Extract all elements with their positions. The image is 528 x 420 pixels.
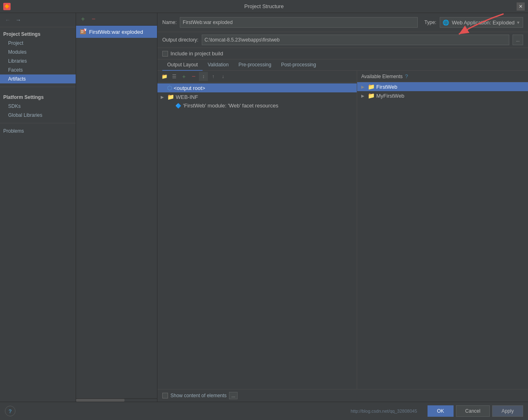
output-root-icon: ⬡	[167, 85, 172, 91]
available-item-firstweb-label: FirstWeb	[376, 84, 397, 90]
show-content-checkbox[interactable]	[162, 393, 168, 398]
project-settings-label: Project Settings	[0, 27, 76, 39]
artifacts-scrollbar[interactable]	[76, 398, 157, 402]
sidebar-item-modules[interactable]: Modules	[0, 48, 76, 57]
sidebar-nav-buttons: ← →	[0, 13, 76, 27]
watermark-url: http://blog.csdn.net/qq_32808045	[351, 409, 417, 413]
footer: ? http://blog.csdn.net/qq_32808045 OK Ca…	[0, 402, 528, 420]
sidebar-item-artifacts[interactable]: Artifacts	[0, 74, 76, 83]
available-elements-title: Available Elements	[361, 74, 403, 79]
nav-back-button[interactable]: ←	[3, 15, 12, 24]
output-dir-row: Output directory: ...	[157, 32, 528, 48]
artifacts-toolbar: + −	[76, 13, 157, 26]
title-bar-left: 🔶	[3, 3, 11, 10]
sidebar-item-facets[interactable]: Facets	[0, 66, 76, 74]
name-type-row: Name: Type: 🌐 Web Application: Exploded …	[157, 13, 528, 32]
tree-down-btn[interactable]: ↓	[218, 72, 227, 81]
include-row: Include in project build	[157, 48, 528, 59]
sidebar-item-sdks[interactable]: SDKs	[0, 102, 76, 111]
include-project-build-checkbox[interactable]	[162, 51, 168, 57]
nav-forward-button[interactable]: →	[14, 15, 23, 24]
tree-item-output-root[interactable]: ⬡ <output root>	[157, 83, 357, 92]
name-input[interactable]	[180, 17, 418, 28]
tab-validation[interactable]: Validation	[203, 59, 233, 71]
ok-button[interactable]: OK	[428, 405, 453, 417]
show-content-label: Show content of elements	[170, 393, 227, 398]
footer-right: http://blog.csdn.net/qq_32808045 OK Canc…	[351, 405, 523, 417]
browse-button[interactable]: ...	[513, 35, 523, 45]
tree-item-firstweb-module[interactable]: 🔷 'FirstWeb' module: 'Web' facet resourc…	[157, 101, 357, 110]
tree-content: ⬡ <output root> ▶ 📁 WEB-INF 🔷 'FirstWeb'…	[157, 83, 357, 389]
tree-add-btn[interactable]: +	[179, 72, 188, 81]
include-project-build-label: Include in project build	[170, 50, 223, 57]
remove-artifact-button[interactable]: −	[89, 15, 98, 24]
tree-toolbar: 📁 ☰ + − ↕ ↑ ↓	[157, 71, 357, 83]
tree-item-output-root-label: <output root>	[174, 85, 205, 91]
show-content-options-button[interactable]: ...	[229, 392, 238, 399]
help-button[interactable]: ?	[5, 406, 15, 416]
type-value: Web Application: Exploded	[452, 20, 515, 26]
available-elements-help-icon[interactable]: ?	[405, 73, 408, 79]
tree-area: 📁 ☰ + − ↕ ↑ ↓ ⬡ <output root> ▶	[157, 71, 357, 389]
folder-firstweb-icon: 📁	[368, 83, 375, 90]
available-item-myfirstweb[interactable]: ▶ 📁 MyFirstWeb	[357, 91, 528, 100]
app-logo-icon: 🔶	[3, 3, 11, 10]
dropdown-arrow-icon: ▼	[516, 20, 520, 25]
sidebar-item-libraries[interactable]: Libraries	[0, 57, 76, 66]
tab-output-layout[interactable]: Output Layout	[162, 59, 203, 71]
folder-icon: 📁	[167, 94, 174, 100]
artifacts-scrollbar-track	[76, 399, 124, 402]
artifacts-panel: + − W FirstWeb:war exploded	[76, 13, 157, 402]
tree-item-web-inf[interactable]: ▶ 📁 WEB-INF	[157, 92, 357, 101]
apply-button[interactable]: Apply	[492, 405, 523, 417]
type-dropdown[interactable]: 🌐 Web Application: Exploded ▼	[440, 17, 523, 28]
artifact-item-firstweb[interactable]: W FirstWeb:war exploded	[76, 26, 157, 38]
tab-pre-processing[interactable]: Pre-processing	[233, 59, 276, 71]
platform-settings-label: Platform Settings	[0, 90, 76, 102]
available-item-myfirstweb-label: MyFirstWeb	[376, 93, 404, 99]
title-bar: 🔶 Project Structure ✕	[0, 0, 528, 13]
tree-up-btn[interactable]: ↑	[209, 72, 218, 81]
available-item-firstweb[interactable]: ▶ 📁 FirstWeb	[357, 82, 528, 91]
sidebar-item-project[interactable]: Project	[0, 39, 76, 48]
expand-myfirstweb-icon: ▶	[361, 94, 366, 98]
artifact-icon: W	[79, 28, 87, 35]
sidebar-divider	[0, 87, 76, 87]
tabs-row: Output Layout Validation Pre-processing …	[157, 59, 528, 71]
sidebar: ← → Project Settings Project Modules Lib…	[0, 13, 76, 402]
tree-remove-btn[interactable]: −	[189, 72, 198, 81]
main-layout: ← → Project Settings Project Modules Lib…	[0, 13, 528, 402]
svg-text:W: W	[84, 28, 87, 32]
sidebar-divider-2	[0, 123, 76, 123]
folder-myfirstweb-icon: 📁	[368, 92, 375, 99]
tab-post-processing[interactable]: Post-processing	[276, 59, 321, 71]
tree-folder-btn[interactable]: 📁	[160, 72, 169, 81]
dialog-title: Project Structure	[0, 3, 528, 9]
available-elements-header: Available Elements ?	[357, 71, 528, 82]
tree-item-web-inf-label: WEB-INF	[176, 94, 198, 100]
sidebar-item-global-libraries[interactable]: Global Libraries	[0, 111, 76, 120]
tree-expand-webinf-icon: ▶	[161, 95, 166, 99]
available-elements-panel: Available Elements ? ▶ 📁 FirstWeb ▶ 📁 My…	[357, 71, 528, 389]
available-elements-content: ▶ 📁 FirstWeb ▶ 📁 MyFirstWeb	[357, 82, 528, 389]
svg-rect-2	[81, 32, 83, 33]
tree-sort-btn[interactable]: ↕	[199, 72, 208, 81]
tree-item-firstweb-module-label: 'FirstWeb' module: 'Web' facet resources	[183, 103, 278, 109]
cancel-button[interactable]: Cancel	[456, 405, 490, 417]
sidebar-item-problems[interactable]: Problems	[0, 127, 76, 136]
footer-left: ?	[5, 406, 15, 416]
add-artifact-button[interactable]: +	[79, 15, 87, 24]
output-layout-area: 📁 ☰ + − ↕ ↑ ↓ ⬡ <output root> ▶	[157, 71, 528, 389]
type-label: Type:	[424, 20, 436, 25]
web-facet-icon: 🔷	[175, 103, 181, 109]
name-label: Name:	[162, 20, 177, 25]
output-dir-label: Output directory:	[162, 37, 199, 43]
output-dir-input[interactable]	[202, 35, 509, 45]
bottom-row: Show content of elements ...	[157, 389, 528, 402]
artifact-name: FirstWeb:war exploded	[89, 29, 143, 35]
content-panel: Name: Type: 🌐 Web Application: Exploded …	[157, 13, 528, 402]
tree-list-btn[interactable]: ☰	[170, 72, 179, 81]
close-button[interactable]: ✕	[517, 2, 525, 11]
expand-firstweb-icon: ▶	[361, 85, 366, 89]
